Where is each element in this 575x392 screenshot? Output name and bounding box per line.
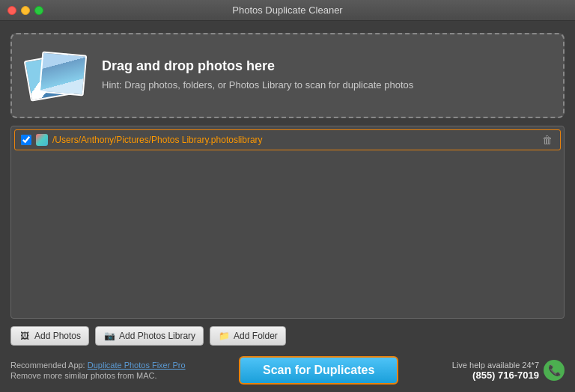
delete-item-button[interactable]: 🗑 xyxy=(541,134,554,146)
library-icon-graphic xyxy=(36,134,48,146)
phone-number: (855) 716-7019 xyxy=(452,370,539,381)
file-path: /Users/Anthony/Pictures/Photos Library.p… xyxy=(52,135,541,145)
drop-zone-text: Drag and drop photos here Hint: Drag pho… xyxy=(102,58,413,92)
app-link[interactable]: Duplicate Photos Fixer Pro xyxy=(88,361,186,370)
file-item-checkbox[interactable] xyxy=(21,135,31,145)
photos-library-icon xyxy=(36,134,48,146)
add-photos-library-icon: 📷 xyxy=(103,330,115,342)
photo-card-front xyxy=(39,51,88,96)
scan-duplicates-button[interactable]: Scan for Duplicates xyxy=(239,356,398,385)
add-photos-button[interactable]: 🖼 Add Photos xyxy=(10,326,89,346)
window-title: Photos Duplicate Cleaner xyxy=(232,4,342,16)
recommended-label: Recommended App: Duplicate Photos Fixer … xyxy=(10,361,186,370)
add-folder-icon: 📁 xyxy=(218,330,230,342)
add-folder-label: Add Folder xyxy=(234,331,278,341)
file-list: /Users/Anthony/Pictures/Photos Library.p… xyxy=(10,126,565,319)
window-controls xyxy=(7,6,43,15)
close-button[interactable] xyxy=(7,6,16,15)
minimize-button[interactable] xyxy=(21,6,30,15)
add-photos-library-label: Add Photos Library xyxy=(119,331,195,341)
add-photos-library-button[interactable]: 📷 Add Photos Library xyxy=(95,326,204,346)
photo-stack-icon xyxy=(27,49,87,102)
title-bar: Photos Duplicate Cleaner xyxy=(0,0,575,21)
support-info-text: Live help available 24*7 (855) 716-7019 xyxy=(452,361,539,381)
support-info: Live help available 24*7 (855) 716-7019 … xyxy=(452,360,565,381)
maximize-button[interactable] xyxy=(34,6,43,15)
toolbar: 🖼 Add Photos 📷 Add Photos Library 📁 Add … xyxy=(10,326,565,346)
support-phone-icon: 📞 xyxy=(544,360,565,381)
remove-text: Remove more similar photos from MAC. xyxy=(10,371,186,380)
drop-zone[interactable]: Drag and drop photos here Hint: Drag pho… xyxy=(10,33,565,118)
add-photos-icon: 🖼 xyxy=(19,330,31,342)
add-photos-label: Add Photos xyxy=(34,331,81,341)
main-content: Drag and drop photos here Hint: Drag pho… xyxy=(0,21,575,392)
support-text: Live help available 24*7 xyxy=(452,361,539,370)
add-folder-button[interactable]: 📁 Add Folder xyxy=(210,326,286,346)
bottom-bar: Recommended App: Duplicate Photos Fixer … xyxy=(10,353,565,385)
recommended-app: Recommended App: Duplicate Photos Fixer … xyxy=(10,361,186,380)
drop-zone-hint: Hint: Drag photos, folders, or Photos Li… xyxy=(102,79,413,92)
drop-zone-heading: Drag and drop photos here xyxy=(102,58,413,74)
list-item: /Users/Anthony/Pictures/Photos Library.p… xyxy=(14,129,561,150)
